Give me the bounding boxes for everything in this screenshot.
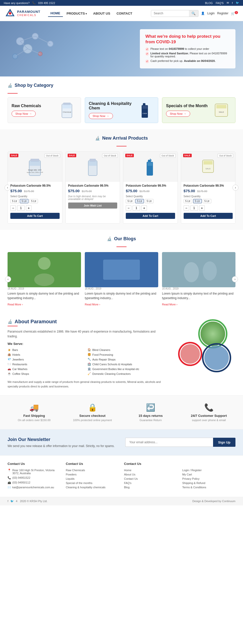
nav-contact[interactable]: CONTACT	[114, 10, 135, 17]
qty-5ltr-1a[interactable]: 5 Ltr	[10, 199, 19, 203]
footer-home[interactable]: Home	[124, 469, 177, 472]
qty-minus-4[interactable]: −	[184, 205, 189, 211]
cleaning-icon: CHEM	[138, 100, 153, 120]
blogs-section: Our Blogs ‹ 16 AUG , 2019 Lorem Ipsum is…	[0, 230, 243, 312]
register-link[interactable]: Register	[217, 12, 228, 15]
copyright-text: 2020 © KRSH Pty Ltd.	[20, 500, 48, 503]
footer-faq[interactable]: FAQ's	[124, 481, 177, 485]
nav-home[interactable]: HOME	[48, 10, 63, 17]
qty-5ltr-4a[interactable]: 5 Ltr	[184, 199, 192, 203]
footer-login-register[interactable]: Login / Register	[182, 469, 236, 472]
qty-5ltr-3b[interactable]: 5 Ltr	[135, 199, 144, 203]
newsletter-signup-btn[interactable]: Sign Up	[213, 438, 235, 447]
read-more-3[interactable]: Read More ›	[162, 303, 177, 306]
main-nav: HOME PRODUCTS ABOUT US CONTACT	[48, 10, 135, 17]
add-to-cart-3[interactable]: Add To Cart	[126, 213, 175, 219]
faq-link[interactable]: FAQ'S	[216, 2, 223, 5]
footer-my-cart[interactable]: My Cart	[182, 473, 236, 476]
categories-section: Shop by Category Raw Chemicals Shop Now …	[0, 76, 243, 129]
qty-input-3[interactable]	[133, 206, 140, 211]
qty-5ltr-1b[interactable]: 5 Ltr	[20, 199, 28, 203]
twitter-icon[interactable]: 🐦	[236, 1, 239, 5]
footer-cleaning-hospitality[interactable]: Cleaning & hospitality chemicals	[66, 486, 119, 489]
svg-text:SALE: SALE	[219, 111, 224, 113]
blog-card-2: 16 AUG , 2019 Lorem Ipsum is simply dumm…	[85, 252, 158, 306]
footer-privacy[interactable]: Privacy Policy	[182, 477, 236, 480]
feature-shipping-title: Fast Shipping	[8, 414, 61, 418]
qty-minus-3[interactable]: −	[126, 205, 131, 211]
serve-blind-cleaners: 🏠 Blind Cleaners	[88, 348, 163, 351]
product-card-4: SALE Out of Stock SALE Potassium Carbona…	[181, 151, 236, 224]
qty-plus-1[interactable]: +	[26, 205, 31, 211]
search-button[interactable]: 🔍	[189, 10, 198, 17]
footer-4sq[interactable]: 4	[16, 500, 17, 503]
blogs-next[interactable]: ›	[232, 276, 238, 282]
serve-auto: 🔧 Auto Repair Shops	[88, 358, 163, 361]
cart-icon[interactable]: 🛒0	[231, 11, 238, 15]
svg-point-1	[9, 12, 11, 15]
child-care-icon: 🏥	[88, 363, 91, 366]
footer-about[interactable]: About Us	[124, 473, 177, 476]
qty-label-4: Select Quantity	[184, 195, 233, 198]
qty-plus-4[interactable]: +	[199, 205, 205, 211]
login-link[interactable]: Login	[207, 12, 215, 15]
svg-rect-37	[147, 162, 152, 166]
shop-btn-cleaning[interactable]: Shop Now →	[89, 113, 113, 119]
shop-btn-raw[interactable]: Shop Now →	[12, 111, 36, 117]
qty-control-3: − +	[126, 205, 175, 211]
feature-support-title: 24/7 Customer Support	[182, 414, 236, 418]
blog-text-3: Lorem Ipsum is simply dummy text of the …	[162, 291, 235, 300]
qty-5ltr-3c[interactable]: 5 Ltr	[145, 199, 153, 203]
product-note-2: Due to high demand, item may be unavaila…	[68, 195, 117, 200]
qty-5ltr-4c[interactable]: 5 Ltr	[203, 199, 211, 203]
footer-specials-month[interactable]: Special of the months	[66, 481, 119, 485]
product-name-1: Potassium Carbonate 99.5%	[10, 184, 60, 187]
facebook-icon[interactable]: f	[232, 2, 233, 5]
shop-btn-specials[interactable]: Shop Now →	[166, 111, 190, 117]
add-to-cart-1[interactable]: Add To Cart	[10, 213, 60, 219]
add-to-cart-4[interactable]: Add To Cart	[184, 213, 233, 219]
logo-text: PARAMOUNT CHEMICALS	[17, 10, 40, 17]
footer-contact[interactable]: Contact Us	[124, 477, 177, 480]
blogs-underline	[116, 247, 127, 247]
read-more-2[interactable]: Read More ›	[85, 303, 100, 306]
qty-minus-1[interactable]: −	[10, 205, 16, 211]
footer-twitter[interactable]: 🐦	[10, 500, 14, 503]
features-section: 🚚 Fast Shipping On all orders over $150.…	[0, 395, 243, 429]
footer-powders[interactable]: Powders	[66, 473, 119, 476]
svg-point-44	[34, 273, 54, 286]
serve-col-left: 🍺 Bars 🏨 Hotels 💎 Jewellers 🍽️ Restauran…	[8, 348, 83, 377]
qty-5ltr-4b[interactable]: 5 Ltr	[193, 199, 202, 203]
product-image-2	[86, 157, 100, 177]
hero-bg: What we're doing to help protect you fro…	[0, 21, 243, 76]
footer-raw-chemicals[interactable]: Raw Chemicals	[66, 469, 119, 472]
qty-5ltr-3a[interactable]: 5 Ltr	[126, 199, 134, 203]
footer-terms[interactable]: Terms & Conditions	[182, 486, 236, 489]
footer-blog[interactable]: Blog	[124, 486, 177, 489]
products-prev[interactable]: ‹	[5, 185, 11, 191]
nav-about[interactable]: ABOUT US	[91, 10, 113, 17]
category-raw-chemicals: Raw Chemicals Shop Now → Chemical	[8, 97, 81, 123]
blog-link[interactable]: BLOG	[205, 2, 213, 5]
newsletter-email-input[interactable]	[125, 438, 213, 447]
qty-plus-3[interactable]: +	[141, 205, 147, 211]
serve-food: 🍔 Food Processing	[88, 353, 163, 356]
qty-5ltr-1c[interactable]: 5 Ltr	[29, 199, 38, 203]
qty-input-4[interactable]	[190, 206, 198, 211]
price-current-4: $75.00	[184, 189, 195, 193]
read-more-1[interactable]: Read More ›	[8, 303, 23, 306]
serve-jewellers: 💎 Jewellers	[8, 358, 83, 361]
products-next[interactable]: ›	[232, 185, 238, 191]
serve-domestic: 🧹 Domestic Cleaning Contractors	[88, 372, 163, 375]
nav-products[interactable]: PRODUCTS	[64, 10, 90, 17]
hotels-icon: 🏨	[8, 353, 11, 356]
footer-liquids[interactable]: Liquids	[66, 477, 119, 480]
blogs-prev[interactable]: ‹	[5, 276, 11, 282]
join-wait-btn-2[interactable]: Join Wait List	[68, 203, 117, 209]
footer-facebook[interactable]: f	[8, 500, 8, 503]
qty-input-1[interactable]	[17, 206, 25, 211]
search-input[interactable]	[151, 10, 189, 17]
price-old-2: $175.00	[82, 190, 92, 193]
footer-shipping-refund[interactable]: Shipping & Refund	[182, 481, 236, 485]
topbar-phone[interactable]: 039 495 1522	[38, 2, 55, 5]
